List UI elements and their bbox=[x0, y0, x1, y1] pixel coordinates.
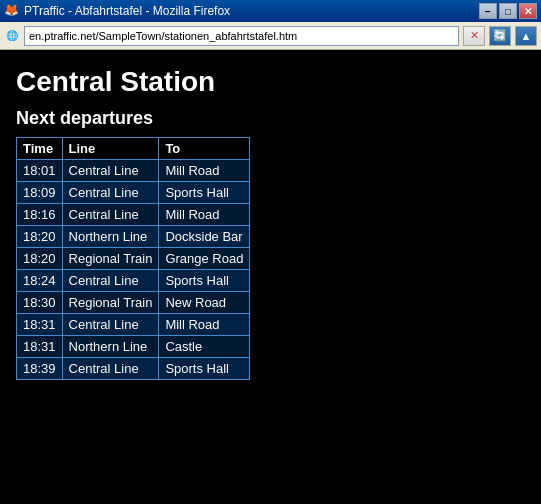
address-bar: 🌐 en.ptraffic.net/SampleTown/stationen_a… bbox=[0, 22, 541, 50]
page-title: Central Station bbox=[16, 66, 525, 98]
url-path: /SampleTown/stationen_abfahrtstafel.htm bbox=[95, 30, 297, 42]
clear-url-button[interactable]: ✕ bbox=[463, 26, 485, 46]
cell-line: Northern Line bbox=[62, 226, 159, 248]
minimize-button[interactable]: − bbox=[479, 3, 497, 19]
cell-line: Central Line bbox=[62, 314, 159, 336]
cell-time: 18:39 bbox=[17, 358, 63, 380]
cell-time: 18:30 bbox=[17, 292, 63, 314]
cell-line: Central Line bbox=[62, 270, 159, 292]
titlebar: 🦊 PTraffic - Abfahrtstafel - Mozilla Fir… bbox=[0, 0, 541, 22]
url-display: en.ptraffic.net/SampleTown/stationen_abf… bbox=[29, 30, 297, 42]
cell-time: 18:24 bbox=[17, 270, 63, 292]
table-row: 18:30Regional TrainNew Road bbox=[17, 292, 250, 314]
address-input[interactable]: en.ptraffic.net/SampleTown/stationen_abf… bbox=[24, 26, 459, 46]
cell-to: Castle bbox=[159, 336, 250, 358]
cell-time: 18:16 bbox=[17, 204, 63, 226]
cell-time: 18:09 bbox=[17, 182, 63, 204]
url-prefix: en.ptraffic.net bbox=[29, 30, 95, 42]
firefox-icon: 🦊 bbox=[4, 3, 20, 19]
col-line: Line bbox=[62, 138, 159, 160]
table-row: 18:01Central LineMill Road bbox=[17, 160, 250, 182]
table-header-row: Time Line To bbox=[17, 138, 250, 160]
cell-line: Central Line bbox=[62, 182, 159, 204]
table-row: 18:20Northern LineDockside Bar bbox=[17, 226, 250, 248]
table-row: 18:24Central LineSports Hall bbox=[17, 270, 250, 292]
cell-to: Grange Road bbox=[159, 248, 250, 270]
cell-time: 18:31 bbox=[17, 336, 63, 358]
page-content: Central Station Next departures Time Lin… bbox=[0, 50, 541, 504]
table-row: 18:39Central LineSports Hall bbox=[17, 358, 250, 380]
cell-line: Central Line bbox=[62, 204, 159, 226]
cell-to: Mill Road bbox=[159, 314, 250, 336]
globe-icon: 🌐 bbox=[4, 28, 20, 44]
close-button[interactable]: ✕ bbox=[519, 3, 537, 19]
cell-line: Regional Train bbox=[62, 248, 159, 270]
titlebar-left: 🦊 PTraffic - Abfahrtstafel - Mozilla Fir… bbox=[4, 3, 230, 19]
cell-to: Sports Hall bbox=[159, 358, 250, 380]
refresh-icon[interactable]: 🔄 bbox=[489, 26, 511, 46]
col-time: Time bbox=[17, 138, 63, 160]
cell-to: Mill Road bbox=[159, 204, 250, 226]
table-row: 18:16Central LineMill Road bbox=[17, 204, 250, 226]
departures-table: Time Line To 18:01Central LineMill Road1… bbox=[16, 137, 250, 380]
window-title: PTraffic - Abfahrtstafel - Mozilla Firef… bbox=[24, 4, 230, 18]
cell-time: 18:01 bbox=[17, 160, 63, 182]
maximize-button[interactable]: □ bbox=[499, 3, 517, 19]
cell-line: Northern Line bbox=[62, 336, 159, 358]
cell-time: 18:20 bbox=[17, 226, 63, 248]
cell-time: 18:20 bbox=[17, 248, 63, 270]
cell-time: 18:31 bbox=[17, 314, 63, 336]
cell-to: Sports Hall bbox=[159, 270, 250, 292]
cell-to: Dockside Bar bbox=[159, 226, 250, 248]
cell-line: Central Line bbox=[62, 160, 159, 182]
go-button[interactable]: ▲ bbox=[515, 26, 537, 46]
col-to: To bbox=[159, 138, 250, 160]
titlebar-controls[interactable]: − □ ✕ bbox=[479, 3, 537, 19]
cell-line: Regional Train bbox=[62, 292, 159, 314]
table-row: 18:20Regional TrainGrange Road bbox=[17, 248, 250, 270]
cell-to: New Road bbox=[159, 292, 250, 314]
cell-to: Mill Road bbox=[159, 160, 250, 182]
cell-line: Central Line bbox=[62, 358, 159, 380]
table-row: 18:09Central LineSports Hall bbox=[17, 182, 250, 204]
table-row: 18:31Central LineMill Road bbox=[17, 314, 250, 336]
section-label: Next departures bbox=[16, 108, 525, 129]
cell-to: Sports Hall bbox=[159, 182, 250, 204]
table-row: 18:31Northern LineCastle bbox=[17, 336, 250, 358]
